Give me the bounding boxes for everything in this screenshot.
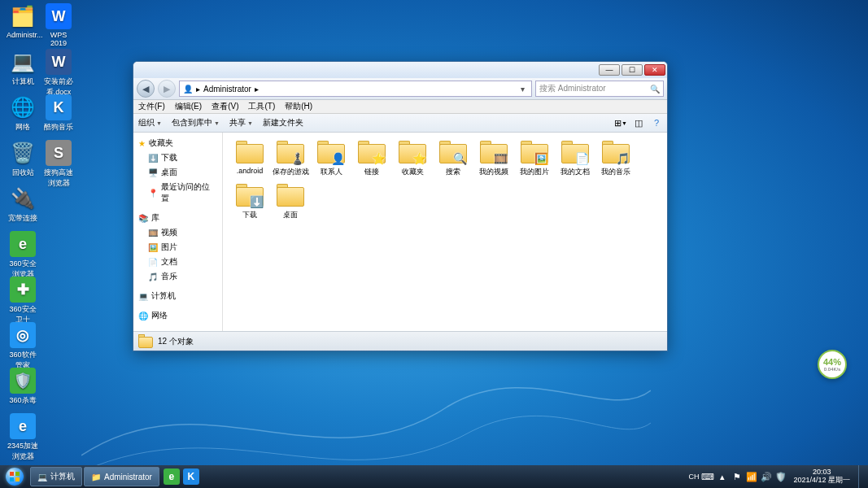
desktop-icon[interactable]: e360安全浏览器	[7, 231, 39, 280]
desktop-icon[interactable]: S搜狗高速浏览器	[42, 140, 75, 189]
sidebar-item[interactable]: 🖥️桌面	[133, 165, 222, 180]
desktop-icon-label: 360杀毒	[7, 395, 39, 406]
desktop-icon-label: 回收站	[7, 168, 39, 178]
maximize-button[interactable]: ☐	[622, 64, 643, 76]
library-icon: 📚	[138, 213, 148, 223]
svg-rect-2	[10, 477, 14, 481]
svg-rect-0	[10, 472, 14, 476]
folder-item[interactable]: ⭐收藏夹	[392, 139, 433, 177]
sidebar-item-icon: 🖥️	[148, 168, 158, 177]
gadget-percent: 44%	[823, 357, 841, 367]
taskbar-pinned-icon[interactable]: e	[164, 468, 180, 485]
breadcrumb-dropdown[interactable]: ▾	[517, 85, 528, 94]
desktop-icon[interactable]: WWPS 2019	[42, 3, 75, 47]
desktop-icon[interactable]: ◎360软件管家	[7, 322, 39, 371]
folder-icon: 🖼️	[519, 139, 550, 165]
desktop-icon[interactable]: 🗂️Administr...	[7, 3, 39, 39]
toolbar-share[interactable]: 共享▼	[229, 117, 253, 129]
sidebar-item[interactable]: ⬇️下载	[133, 150, 222, 165]
nav-forward-button[interactable]: ▶	[158, 80, 176, 98]
sidebar-item[interactable]: 🎞️视频	[133, 225, 222, 240]
breadcrumb-current[interactable]: Administrator	[203, 85, 251, 94]
folder-item[interactable]: ♟️保存的游戏	[270, 139, 311, 177]
tray-flag-icon[interactable]: ⚑	[731, 471, 743, 482]
minimize-button[interactable]: —	[599, 64, 620, 76]
tray-up-icon[interactable]: ▴	[717, 471, 728, 482]
folder-item[interactable]: ⭐链接	[351, 139, 392, 177]
folder-item[interactable]: 🔍搜索	[433, 139, 473, 177]
show-desktop-button[interactable]	[858, 465, 865, 488]
folder-item[interactable]: 🎞️我的视频	[473, 139, 514, 177]
toolbar: 组织▼ 包含到库中▼ 共享▼ 新建文件夹 ⊞▼ ◫ ?	[133, 114, 667, 133]
nav-back-button[interactable]: ◀	[137, 80, 155, 98]
app-icon: e	[10, 413, 36, 439]
folder-item[interactable]: 桌面	[270, 182, 311, 220]
folder-label: 我的音乐	[595, 167, 636, 177]
menu-view[interactable]: 查看(V)	[212, 101, 238, 112]
desktop-icon[interactable]: 🌐网络	[7, 94, 39, 133]
sidebar-item[interactable]: 📍最近访问的位置	[133, 180, 222, 206]
view-options-icon[interactable]: ⊞▼	[615, 117, 626, 129]
menu-file[interactable]: 文件(F)	[138, 101, 165, 112]
folder-item[interactable]: ⬇️下载	[229, 182, 270, 220]
sidebar-computer[interactable]: 💻计算机	[133, 289, 222, 303]
toolbar-organize[interactable]: 组织▼	[138, 117, 162, 129]
tray-language[interactable]: CH	[688, 473, 699, 481]
toolbar-new-folder[interactable]: 新建文件夹	[263, 117, 303, 129]
menu-tools[interactable]: 工具(T)	[248, 101, 275, 112]
menu-edit[interactable]: 编辑(E)	[175, 101, 202, 112]
tray-shield-icon[interactable]: 🛡️	[775, 471, 787, 482]
menu-help[interactable]: 帮助(H)	[285, 101, 312, 112]
taskbar-clock[interactable]: 20:03 2021/4/12 星期一	[790, 468, 853, 485]
search-placeholder: 搜索 Administrator	[539, 83, 606, 94]
folder-grid[interactable]: .android♟️保存的游戏👤联系人⭐链接⭐收藏夹🔍搜索🎞️我的视频🖼️我的图…	[223, 133, 667, 331]
performance-gadget[interactable]: 44% 0.04K/s	[818, 350, 847, 379]
folder-item[interactable]: 📄我的文档	[555, 139, 595, 177]
taskbar-button[interactable]: 💻计算机	[30, 467, 82, 486]
folder-item[interactable]: .android	[229, 139, 270, 177]
folder-icon	[138, 334, 153, 349]
folder-label: .android	[229, 167, 270, 175]
tray-volume-icon[interactable]: 🔊	[761, 471, 772, 482]
desktop-icon[interactable]: ✚360安全卫士	[7, 277, 39, 325]
folder-item[interactable]: 🎵我的音乐	[595, 139, 636, 177]
desktop-icon[interactable]: 🔌宽带连接	[7, 185, 39, 224]
taskbar-button-label: 计算机	[50, 471, 75, 482]
user-icon: 👤	[183, 85, 193, 94]
tray-network-icon[interactable]: 📶	[746, 471, 757, 482]
sidebar-favorites[interactable]: ★收藏夹	[133, 136, 222, 150]
sidebar-item-icon: 🖼️	[148, 242, 158, 252]
preview-pane-icon[interactable]: ◫	[633, 117, 644, 129]
folder-icon: 🎵	[600, 139, 631, 165]
taskbar-button[interactable]: 📁Administrator	[84, 467, 159, 486]
search-icon[interactable]: 🔍	[650, 85, 660, 94]
help-icon[interactable]: ?	[651, 117, 662, 129]
breadcrumb[interactable]: 👤 ▸ Administrator ▸ ▾	[179, 81, 532, 97]
taskbar-pinned-icon[interactable]: K	[183, 468, 199, 485]
sidebar-item[interactable]: 📄文档	[133, 255, 222, 269]
tray-ime-icon[interactable]: ⌨	[702, 471, 713, 482]
app-icon: ◎	[10, 322, 36, 348]
desktop-icon[interactable]: K酷狗音乐	[42, 94, 75, 133]
desktop-icon[interactable]: W安装前必看.docx	[42, 49, 75, 98]
desktop-icon[interactable]: 🛡️360杀毒	[7, 368, 39, 406]
search-input[interactable]: 搜索 Administrator 🔍	[535, 81, 664, 97]
windows-logo-icon	[6, 468, 24, 486]
computer-icon: 💻	[138, 291, 148, 301]
folder-item[interactable]: 👤联系人	[311, 139, 351, 177]
explorer-window: — ☐ ✕ ◀ ▶ 👤 ▸ Administrator ▸ ▾ 搜索 Admin…	[133, 61, 668, 351]
sidebar-network[interactable]: 🌐网络	[133, 308, 222, 323]
close-button[interactable]: ✕	[644, 64, 665, 76]
desktop-icon[interactable]: 🗑️回收站	[7, 140, 39, 178]
start-button[interactable]	[0, 465, 29, 488]
sidebar-libraries[interactable]: 📚库	[133, 211, 222, 225]
folder-item[interactable]: 🖼️我的图片	[514, 139, 555, 177]
sidebar-item[interactable]: 🎵音乐	[133, 269, 222, 284]
navbar: ◀ ▶ 👤 ▸ Administrator ▸ ▾ 搜索 Administrat…	[133, 78, 667, 100]
titlebar[interactable]: — ☐ ✕	[133, 62, 667, 78]
toolbar-include-library[interactable]: 包含到库中▼	[172, 117, 220, 129]
desktop-icon[interactable]: e2345加速浏览器	[7, 413, 39, 462]
desktop-icon[interactable]: 💻计算机	[7, 49, 39, 87]
desktop-icon-label: Administr...	[7, 31, 39, 39]
sidebar-item[interactable]: 🖼️图片	[133, 240, 222, 255]
